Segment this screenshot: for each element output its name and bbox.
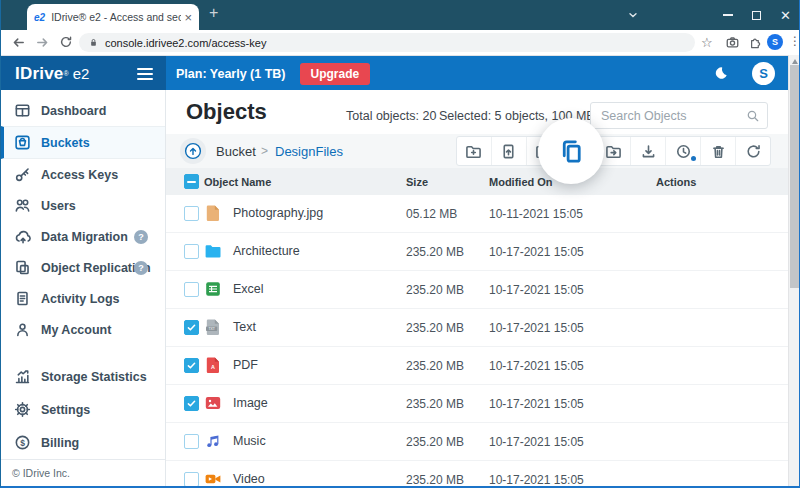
minimize-button[interactable] [723,14,733,16]
scrollbar-up-arrow-icon[interactable] [792,59,798,64]
refresh-button[interactable] [735,137,770,165]
tab-search-chevron-icon[interactable] [627,9,639,21]
object-name[interactable]: Excel [233,282,264,296]
sidebar-item-label: Settings [41,403,90,417]
object-toolbar [456,136,771,166]
sidebar-item-buckets[interactable]: Buckets [1,126,165,159]
object-name[interactable]: Architecture [233,244,300,258]
file-up-icon [500,143,517,160]
row-checkbox[interactable] [184,320,199,335]
row-checkbox[interactable] [184,358,199,373]
back-icon[interactable] [11,35,26,50]
help-icon[interactable]: ? [134,261,148,275]
sidebar-item-users[interactable]: Users [1,190,165,221]
column-header-size[interactable]: Size [406,176,428,188]
object-name[interactable]: Text [233,320,256,334]
folder-right-icon [605,143,622,160]
create-folder-button[interactable] [457,137,491,165]
table-row[interactable]: Photography.jpg05.12 MB10-11-2021 15:05 [166,195,788,233]
sidebar-item-dashboard[interactable]: Dashboard [1,95,165,126]
sidebar-item-label: Buckets [41,136,90,150]
go-up-button[interactable] [180,138,206,164]
object-name[interactable]: Photography.jpg [233,206,323,220]
dark-mode-moon-icon[interactable] [713,65,729,81]
sidebar-item-object-replication[interactable]: Object Replication? [1,252,165,283]
sidebar-item-activity-logs[interactable]: Activity Logs [1,283,165,314]
upload-file-button[interactable] [491,137,526,165]
sidebar-item-label: Billing [41,436,79,450]
browser-tab[interactable]: e2 IDrive® e2 - Access and secret ke × [27,4,199,30]
app-logo[interactable]: IDrive® e2 [1,56,166,91]
sidebar-item-settings[interactable]: Settings [1,393,165,426]
key-icon [14,166,31,183]
row-checkbox[interactable] [184,472,199,487]
reload-icon[interactable] [59,35,73,49]
folder-file-icon [204,242,222,260]
extensions-puzzle-icon[interactable] [749,35,763,49]
sidebar-item-data-migration[interactable]: Data Migration? [1,221,165,252]
help-icon[interactable]: ? [134,230,148,244]
column-header-name[interactable]: Object Name [204,176,271,188]
delete-button[interactable] [700,137,735,165]
sidebar-item-access-keys[interactable]: Access Keys [1,159,165,190]
video-file-icon [204,470,222,488]
table-row[interactable]: Architecture235.20 MB10-17-2021 15:05 [166,233,788,271]
browser-profile-avatar[interactable]: S [767,34,783,50]
row-checkbox[interactable] [184,244,199,259]
plan-label: Plan: Yearly (1 TB) [176,67,286,81]
page-scrollbar[interactable] [788,55,800,488]
copy-button-highlighted[interactable] [538,118,604,184]
row-checkbox[interactable] [184,206,199,221]
object-name[interactable]: Music [233,434,266,448]
dashboard-icon [14,102,31,119]
breadcrumb-root[interactable]: Bucket [216,144,256,159]
bookmark-star-icon[interactable]: ☆ [701,35,713,51]
table-row[interactable]: APDF235.20 MB10-17-2021 15:05 [166,347,788,385]
upgrade-button[interactable]: Upgrade [300,63,371,85]
search-input[interactable] [590,102,768,129]
row-checkbox[interactable] [184,434,199,449]
trash-icon [710,143,727,160]
download-button[interactable] [630,137,665,165]
bucket-icon [14,134,31,151]
account-avatar[interactable]: S [752,62,775,85]
table-row[interactable]: Excel235.20 MB10-17-2021 15:05 [166,271,788,309]
breadcrumb-current[interactable]: DesignFiles [275,144,343,159]
versions-button[interactable] [665,137,700,165]
page-title: Objects [186,99,267,125]
tab-close-icon[interactable]: × [184,11,192,24]
object-name[interactable]: Image [233,396,268,410]
table-row[interactable]: Music235.20 MB10-17-2021 15:05 [166,423,788,461]
sidebar-item-my-account[interactable]: My Account [1,314,165,345]
table-row[interactable]: TXTText235.20 MB10-17-2021 15:05 [166,309,788,347]
breadcrumb-separator: > [261,144,268,158]
table-row[interactable]: Video235.20 MB10-17-2021 15:05 [166,461,788,488]
table-row[interactable]: Image235.20 MB10-17-2021 15:05 [166,385,788,423]
browser-menu-kebab-icon[interactable]: ⋮ [789,34,800,48]
sidebar-item-storage-statistics[interactable]: Storage Statistics [1,360,165,393]
object-size: 235.20 MB [406,245,464,259]
sidebar-item-label: Activity Logs [41,292,120,306]
column-header-modified[interactable]: Modified On [489,176,553,188]
window-controls: ✕ [723,0,791,30]
object-size: 235.20 MB [406,435,464,449]
forward-icon[interactable] [35,35,50,50]
window-close-button[interactable]: ✕ [780,9,791,22]
music-file-icon [204,432,222,450]
excel-file-icon [204,280,222,298]
scrollbar-thumb[interactable] [790,65,800,288]
hamburger-menu-icon[interactable] [137,68,153,80]
maximize-button[interactable] [752,11,761,20]
download-icon [640,143,657,160]
object-name[interactable]: Video [233,472,265,486]
camera-icon[interactable] [725,35,740,50]
object-name[interactable]: PDF [233,358,258,372]
row-checkbox[interactable] [184,396,199,411]
new-tab-button[interactable]: + [209,5,218,21]
address-bar[interactable]: console.idrivee2.com/access-key [79,33,695,52]
sidebar-item-billing[interactable]: $Billing [1,426,165,459]
copyright-text: © IDrive Inc. [1,459,165,488]
row-checkbox[interactable] [184,282,199,297]
select-all-checkbox[interactable] [184,174,199,189]
logo-suffix: e2 [73,65,90,82]
